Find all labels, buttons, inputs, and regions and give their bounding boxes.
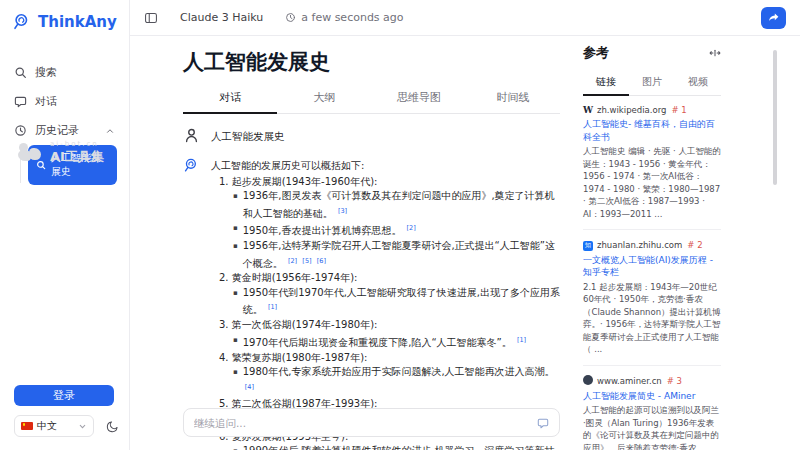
answer-point-text: 1970年代后期出现资金和重视度下降,陷入“人工智能寒冬”。 [1] [243,333,526,351]
timestamp: a few seconds ago [285,11,403,24]
page-title: 人工智能发展史 [183,48,560,76]
reference-snippet: 人工智能的起源可以追溯到以及阿兰·图灵（Alan Turing）1936年发表的… [583,404,721,450]
brand-logo[interactable]: ThinkAny [12,12,117,32]
chevron-up-icon [105,126,115,136]
moon-icon [106,420,119,433]
answer-point: ▪1980年代,专家系统开始应用于实际问题解决,人工智能再次进入高潮。 [4] [219,365,560,397]
reference-domain: zh.wikipedia.org [597,105,666,115]
references-scrollbar[interactable] [773,50,777,185]
tab-思维导图[interactable]: 思维导图 [372,84,466,113]
tab-大纲[interactable]: 大纲 [277,84,371,113]
language-row: 中文 [14,415,119,437]
answer-point: ▪1990年代后,随着计算机硬件和软件的进步,机器学习、深度学习等新技术的出现,… [219,444,560,450]
answer-point-text: 1950年代到1970年代,人工智能研究取得了快速进展,出现了多个应用系统。 [… [243,286,560,318]
reference-rank: # 3 [667,376,682,386]
citation-link[interactable]: [3] [338,207,347,215]
citation-link[interactable]: [4] [245,383,254,391]
watermark: ai-bot.cn AI工具集 [18,140,104,164]
reference-card: 知zhuanlan.zhihu.com# 2一文概览人工智能(AI)发展历程 -… [583,230,721,366]
reference-meta: 知zhuanlan.zhihu.com# 2 [583,239,721,251]
sidebar: ThinkAny 搜索 对话 历史记录 [0,0,130,450]
reference-snippet: 人工智能史 编辑 · 先驱 · 人工智能的诞生：1943 - 1956 · 黄金… [583,145,721,220]
sidebar-nav: 搜索 对话 历史记录 [12,58,117,185]
reference-rank: # 1 [671,105,686,115]
user-message: 人工智能发展史 [183,127,560,144]
tab-对话[interactable]: 对话 [183,84,277,113]
reference-title-link[interactable]: 人工智能史- 维基百科，自由的百科全书 [583,118,721,143]
answer-period-heading: 4. 繁荣复苏期(1980年-1987年): [219,351,560,366]
thinkany-logo-icon [12,12,32,32]
sidebar-item-label: 对话 [35,94,57,109]
user-message-text: 人工智能发展史 [211,127,285,144]
citation-link[interactable]: [6] [317,257,326,265]
ref-tab-图片[interactable]: 图片 [629,71,675,95]
references-tabs: 链接图片视频 [583,71,721,96]
sidebar-item-label: 历史记录 [35,123,79,138]
sidebar-item-search[interactable]: 搜索 [12,58,117,87]
ref-tab-视频[interactable]: 视频 [675,71,721,95]
bullet-marker: ▪ [233,333,238,351]
zhihu-favicon: 知 [583,239,593,251]
bullet-marker: ▪ [233,444,238,450]
aibot-watermark-icon [18,142,44,162]
share-arrow-icon [767,11,780,24]
login-button[interactable]: 登录 [14,385,114,406]
tab-时间线[interactable]: 时间线 [466,84,560,113]
history-clock-icon [14,124,27,137]
answer-point-text: 1990年代后,随着计算机硬件和软件的进步,机器学习、深度学习等新技术的出现,人… [243,444,560,450]
answer-point-text: 1950年,香农提出计算机博弈思想。 [2] [243,221,416,239]
cn-flag-icon [21,422,33,430]
bullet-marker: ▪ [233,365,238,397]
share-button[interactable] [761,7,786,29]
model-name: Claude 3 Haiku [180,11,263,24]
watermark-title: AI工具集 [50,149,104,164]
citation-link[interactable]: [2] [407,224,416,232]
bullet-marker: ▪ [233,239,238,271]
language-select[interactable]: 中文 [14,415,94,437]
search-icon [14,66,27,79]
reference-title-link[interactable]: 一文概览人工智能(AI)发展历程 - 知乎专栏 [583,254,721,279]
bullet-marker: ▪ [233,286,238,318]
aminer-favicon [583,375,593,387]
panel-collapse-icon [144,11,158,25]
reference-meta: Wzh.wikipedia.org# 1 [583,105,721,115]
ref-tab-链接[interactable]: 链接 [583,71,629,95]
reference-card: Wzh.wikipedia.org# 1人工智能史- 维基百科，自由的百科全书人… [583,96,721,230]
references-title: 参考 [583,44,609,62]
citation-link[interactable]: [2] [288,257,297,265]
reference-title-link[interactable]: 人工智能发展简史 - AMiner [583,390,721,403]
reference-rank: # 2 [687,240,702,250]
citation-link[interactable]: [1] [268,303,277,311]
answer-point-text: 1980年代,专家系统开始应用于实际问题解决,人工智能再次进入高潮。 [4] [243,365,560,397]
citation-link[interactable]: [1] [517,336,526,344]
bullet-marker: ▪ [233,189,238,221]
assistant-avatar-icon [183,157,200,174]
references-panel: 参考 链接图片视频 Wzh.wikipedia.org# 1人工智能史- 维基百… [583,44,721,450]
chevron-down-icon [78,422,87,431]
reference-snippet: 2.1 起步发展期：1943年—20世纪60年代 · 1950年，克劳德·香农（… [583,281,721,356]
send-message-button[interactable] [537,417,549,429]
answer-period-heading: 3. 第一次低谷期(1974年-1980年): [219,318,560,333]
user-avatar-icon [183,127,200,144]
clock-icon [285,12,296,23]
bullet-marker: ▪ [233,221,238,239]
answer-point: ▪1956年,达特茅斯学院召开人工智能夏季研讨会,正式提出“人工智能”这个概念。… [219,239,560,271]
main-tabs: 对话大纲思维导图时间线 [183,84,560,114]
reference-domain: zhuanlan.zhihu.com [597,240,682,250]
answer-intro: 人工智能的发展历史可以概括如下: [211,159,560,174]
assistant-answer: 人工智能的发展历史可以概括如下: 1. 起步发展期(1943年-1960年代):… [211,157,560,450]
references-list: Wzh.wikipedia.org# 1人工智能史- 维基百科，自由的百科全书人… [583,96,721,450]
assistant-message: 人工智能的发展历史可以概括如下: 1. 起步发展期(1943年-1960年代):… [183,157,560,450]
answer-point: ▪1970年代后期出现资金和重视度下降,陷入“人工智能寒冬”。 [1] [219,333,560,351]
wikipedia-favicon: W [583,105,593,115]
thinkany-app: ThinkAny 搜索 对话 历史记录 [0,0,800,450]
chat-bubble-icon [14,95,27,108]
followup-input[interactable] [194,417,537,429]
dark-mode-toggle[interactable] [106,420,119,433]
sidebar-collapse-button[interactable] [144,11,158,25]
sidebar-item-chat[interactable]: 对话 [12,87,117,116]
answer-period-heading: 2. 黄金时期(1956年-1974年): [219,271,560,286]
expand-panel-button[interactable] [709,47,721,59]
citation-link[interactable]: [5] [302,257,311,265]
answer-point-text: 1956年,达特茅斯学院召开人工智能夏季研讨会,正式提出“人工智能”这个概念。 … [243,239,560,271]
